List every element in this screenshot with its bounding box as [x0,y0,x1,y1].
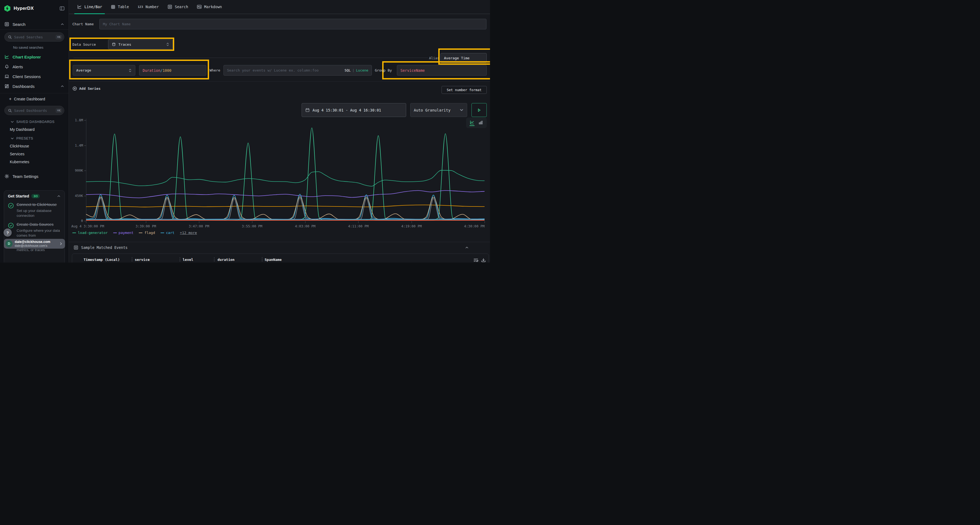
plus-circle-icon [72,86,77,91]
select-chevrons-icon [129,68,132,73]
saved-dashboards-placeholder: Saved Dashboards [14,109,56,113]
add-series-button[interactable]: Add Series [72,86,100,91]
saved-dashboard-item[interactable]: My Dashboard [10,127,64,132]
group-by-label: Group By [375,68,392,72]
search-icon [8,35,12,39]
y-axis-tick [84,221,86,221]
legend-item-flagd[interactable]: flagd [139,231,155,235]
app-title: HyperDX [14,6,34,11]
shortcut-badge: ⌘K [56,108,62,113]
data-source-value: Traces [118,43,131,46]
where-placeholder: Search your events w/ Lucene ex. column:… [227,68,319,72]
tab-label: Table [118,5,129,9]
get-started-item[interactable]: Create Data SourcesConfigure where your … [8,222,61,238]
chart-line-icon [77,4,82,9]
tab-number[interactable]: 123Number [134,0,163,14]
legend-swatch [72,233,76,233]
column-header-spanname[interactable]: SpanName [265,258,282,262]
chevron-up-icon[interactable] [57,194,61,198]
column-separator[interactable] [214,257,215,262]
sidebar-item-team-settings[interactable]: Team Settings [0,171,68,181]
bell-icon [4,64,9,69]
series-unnamed-green-wavy [86,170,485,186]
preset-item-kubernetes[interactable]: Kubernetes [10,160,64,164]
x-axis-tick-label: 3:47:00 PM [183,224,215,228]
y-axis-tick-label: 450K [69,194,83,198]
presets-heading[interactable]: PRESETS [10,136,64,140]
chevron-up-icon [60,84,64,88]
table-icon [111,5,115,9]
tab-bar: Line/BarTable123NumberSearchMarkdown [69,0,490,14]
expression-input[interactable]: Duration/1000 [139,65,206,76]
tab-table[interactable]: Table [107,0,134,14]
granularity-select[interactable]: Auto Granularity [410,103,467,117]
column-separator[interactable] [132,257,132,262]
tab-markdown[interactable]: Markdown [192,0,226,14]
aggregation-select[interactable]: Average [73,65,135,76]
chart-name-input[interactable]: My Chart Name [99,19,487,29]
series-payment [86,190,485,198]
legend-label: cart [166,231,175,235]
saved-dashboards-list: My Dashboard [0,127,68,132]
sidebar-item-dashboards[interactable]: Dashboards [0,82,68,91]
get-started-item[interactable]: Connect to ClickHouseSet up your databas… [8,202,61,218]
legend-label: flagd [144,231,155,235]
run-query-button[interactable] [471,103,487,117]
sidebar-item-client-sessions[interactable]: Client Sessions [0,72,68,81]
preset-item-services[interactable]: Services [10,152,64,156]
plus-icon: + [9,97,11,102]
chevron-down-icon [10,120,14,124]
legend-label: load-generator [78,231,108,235]
help-button[interactable]: ? [3,228,12,237]
aggregation-value: Average [76,68,91,72]
column-header-duration[interactable]: duration [218,258,235,262]
line-chart-plot[interactable] [86,118,485,223]
divider [0,29,68,30]
legend-item-cart[interactable]: cart [161,231,175,235]
saved-dashboards-input[interactable]: Saved Dashboards ⌘K [4,106,64,115]
column-header-service[interactable]: service [135,258,150,262]
column-header-level[interactable]: level [183,258,193,262]
get-started-item-subtitle: Configure where your data comes from [17,228,61,238]
column-separator[interactable] [180,257,180,262]
markdown-icon [197,5,202,9]
legend-swatch [139,233,142,233]
create-dashboard-button[interactable]: + Create Dashboard [9,97,64,102]
download-icon[interactable] [481,258,486,262]
sidebar-collapse-icon[interactable] [59,6,65,11]
group-by-input[interactable]: ServiceName [397,65,487,76]
y-axis-tick-label: 900K [69,168,83,173]
sidebar-item-label: Chart Explorer [13,55,41,59]
series-unnamed-blue-flat [86,219,485,219]
select-chevrons-icon [166,42,169,46]
sql-toggle[interactable]: SQL [345,68,351,72]
set-number-format-button[interactable]: Set number format [442,86,487,94]
column-separator[interactable] [262,257,262,262]
data-source-select[interactable]: Traces [108,40,173,49]
where-input[interactable]: Search your events w/ Lucene ex. column:… [223,65,372,76]
sidebar: HyperDX Search Saved Searches ⌘K No save… [0,0,69,262]
sidebar-item-chart-explorer[interactable]: Chart Explorer [0,52,68,62]
column-header-timestamp-local-[interactable]: Timestamp (Local) [84,258,120,262]
lucene-toggle[interactable]: Lucene [356,68,368,72]
user-menu[interactable]: D dale@clickhouse.com dale@clickhouse.co… [4,239,65,249]
preset-item-clickhouse[interactable]: ClickHouse [10,144,64,148]
x-axis-tick-label: Aug 4 3:30:00 PM [71,224,118,228]
sidebar-item-alerts[interactable]: Alerts [0,62,68,71]
saved-searches-input[interactable]: Saved Searches ⌘K [4,32,64,41]
sidebar-section-search[interactable]: Search [0,19,68,29]
time-range-picker[interactable]: Aug 4 15:30:01 - Aug 4 16:30:01 [302,103,406,117]
legend-item-payment[interactable]: payment [113,231,134,235]
get-started-card: Get Started 3/3 Connect to ClickHouseSet… [4,190,65,262]
alias-input[interactable]: Average Time [441,53,487,63]
x-axis-tick-label: 4:30:00 PM [453,224,485,228]
wrap-text-icon[interactable] [473,258,478,262]
legend-more-link[interactable]: +12 more [180,231,197,235]
collapse-events-icon[interactable] [465,246,469,249]
get-started-item-title: Connect to ClickHouse [17,202,61,208]
tab-search[interactable]: Search [163,0,192,14]
legend-item-load-generator[interactable]: load-generator [72,231,108,235]
saved-dashboards-heading[interactable]: SAVED DASHBOARDS [10,120,64,124]
tab-line-bar[interactable]: Line/Bar [73,0,107,14]
sample-events-header[interactable]: Sample Matched Events [73,245,128,250]
